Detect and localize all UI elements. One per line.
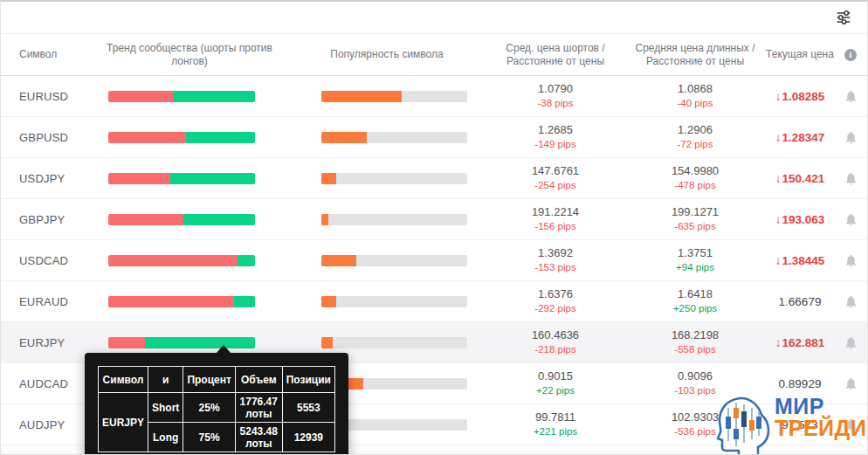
table-row[interactable]: USDJPY 147.6761 -254 pips 154.9980 -478 … <box>1 158 867 199</box>
tooltip-arrow <box>216 345 231 354</box>
header-long-price: Средняя цена длинных /Расстояние от цены <box>625 42 765 68</box>
price-down-arrow-icon: ↓ <box>775 213 782 226</box>
popularity-bar[interactable] <box>321 132 467 143</box>
info-icon[interactable]: i <box>844 49 857 61</box>
short-pips: -38 pips <box>486 96 625 111</box>
short-avg-price: 1.3692 <box>486 245 625 260</box>
current-price: ↓162.881 <box>765 336 835 349</box>
table-header: Символ Тренд сообщества (шорты против ло… <box>1 34 867 76</box>
long-pips: -478 pips <box>625 178 765 193</box>
current-price: ↓1.28347 <box>765 131 835 144</box>
short-pips: +221 pips <box>486 424 625 439</box>
tooltip-percent: 75% <box>183 423 235 452</box>
community-trend-bar[interactable] <box>108 132 255 143</box>
shorts-segment <box>108 296 234 307</box>
popularity-bar[interactable] <box>321 173 467 184</box>
alert-bell-icon[interactable] <box>835 171 867 186</box>
long-pips: -72 pips <box>625 137 765 152</box>
alert-bell-icon[interactable] <box>835 253 867 268</box>
short-pips: -149 pips <box>486 137 625 152</box>
long-avg-price: 1.0868 <box>625 81 765 96</box>
short-pips: -153 pips <box>486 260 625 275</box>
symbol-label: EURJPY <box>1 336 91 349</box>
long-avg-price: 199.1271 <box>625 204 765 219</box>
longs-segment <box>234 296 255 307</box>
community-trend-bar[interactable] <box>108 337 255 348</box>
community-trend-bar[interactable] <box>108 91 255 102</box>
header-trend: Тренд сообщества (шорты против лонгов) <box>91 42 288 68</box>
table-row[interactable]: EURUSD 1.0790 -38 pips 1.0868 -40 pips <box>1 76 867 117</box>
long-pips: +250 pips <box>625 301 765 316</box>
short-avg-price: 99.7811 <box>486 410 625 424</box>
logo-head-icon <box>713 396 773 455</box>
community-trend-bar[interactable] <box>108 296 255 307</box>
table-row[interactable]: GBPUSD 1.2685 -149 pips 1.2906 -72 pips <box>1 117 867 158</box>
tooltip-header-percent: Процент <box>183 367 235 393</box>
long-avg-price: 154.9980 <box>625 163 765 178</box>
table-row[interactable]: USDCAD 1.3692 -153 pips 1.3751 +94 pips <box>1 240 867 281</box>
long-avg-price: 0.9096 <box>625 369 765 383</box>
longs-segment <box>186 132 255 143</box>
alert-bell-icon[interactable] <box>835 89 867 104</box>
long-avg-price: 1.6418 <box>625 286 765 301</box>
table-row[interactable]: GBPJPY 191.2214 -156 pips 199.1271 -635 … <box>1 199 867 240</box>
symbol-label: EURAUD <box>1 295 91 308</box>
alert-bell-icon[interactable] <box>835 335 867 350</box>
long-pips: -558 pips <box>625 342 765 357</box>
price-down-arrow-icon: ↓ <box>775 172 782 185</box>
alert-bell-icon[interactable] <box>835 130 867 145</box>
popularity-fill <box>321 337 333 348</box>
price-down-arrow-icon: ↓ <box>775 90 782 103</box>
logo-text-line1: МИР <box>775 396 868 417</box>
alert-bell-icon[interactable] <box>835 376 867 391</box>
tooltip-positions: 5553 <box>282 393 334 423</box>
popularity-bar[interactable] <box>321 296 467 307</box>
popularity-bar[interactable] <box>321 214 467 225</box>
short-pips: -254 pips <box>486 178 625 193</box>
popularity-bar[interactable] <box>321 255 467 266</box>
filter-sliders-icon[interactable] <box>832 6 855 29</box>
short-avg-price: 1.0790 <box>486 81 625 96</box>
tooltip-header-positions: Позиции <box>282 367 334 393</box>
community-trend-bar[interactable] <box>108 214 255 225</box>
longs-segment <box>145 337 255 348</box>
toolbar <box>1 2 867 34</box>
longs-segment <box>183 214 255 225</box>
short-avg-price: 147.6761 <box>486 163 625 178</box>
tooltip-volume: 5243.48 лоты <box>235 423 282 452</box>
current-price: ↓1.08285 <box>765 90 835 103</box>
header-popularity: Популярность символа <box>288 48 486 61</box>
symbol-label: USDJPY <box>1 172 91 185</box>
alert-bell-icon[interactable] <box>835 294 867 309</box>
tooltip-side: Short <box>148 393 183 423</box>
alert-bell-icon[interactable] <box>835 212 867 227</box>
community-trend-bar[interactable] <box>108 173 255 184</box>
short-pips: -292 pips <box>486 301 625 316</box>
short-avg-price: 160.4636 <box>486 327 625 342</box>
popularity-bar[interactable] <box>321 337 467 348</box>
popularity-fill <box>321 214 328 225</box>
short-pips: -156 pips <box>486 219 625 234</box>
long-avg-price: 168.2198 <box>625 327 765 342</box>
short-avg-price: 1.6376 <box>486 286 625 301</box>
price-down-arrow-icon: ↓ <box>775 131 782 144</box>
current-price: ↓193.063 <box>765 213 835 226</box>
shorts-segment <box>108 337 145 348</box>
table-row[interactable]: EURAUD 1.6376 -292 pips 1.6418 +250 pips <box>1 281 867 322</box>
current-price: ↓150.421 <box>765 172 835 185</box>
tooltip-header-volume: Объем <box>235 367 282 393</box>
symbol-label: AUDCAD <box>1 377 91 390</box>
community-trend-bar[interactable] <box>108 255 255 266</box>
header-short-price: Сред. цена шортов /Расстояние от цены <box>486 42 625 68</box>
longs-segment <box>170 173 255 184</box>
tooltip-volume: 1776.47 лоты <box>235 393 282 423</box>
longs-segment <box>173 91 255 102</box>
symbol-label: GBPJPY <box>1 213 91 226</box>
mir-trading-logo: МИР ТРЕЙДИНГА <box>713 396 868 455</box>
long-avg-price: 1.3751 <box>625 245 765 260</box>
logo-text-line2: ТРЕЙДИНГА <box>775 417 868 439</box>
short-avg-price: 191.2214 <box>486 204 625 219</box>
tooltip-side: Long <box>148 423 183 452</box>
popularity-bar[interactable] <box>321 91 467 102</box>
current-price: 1.66679 <box>765 295 835 308</box>
